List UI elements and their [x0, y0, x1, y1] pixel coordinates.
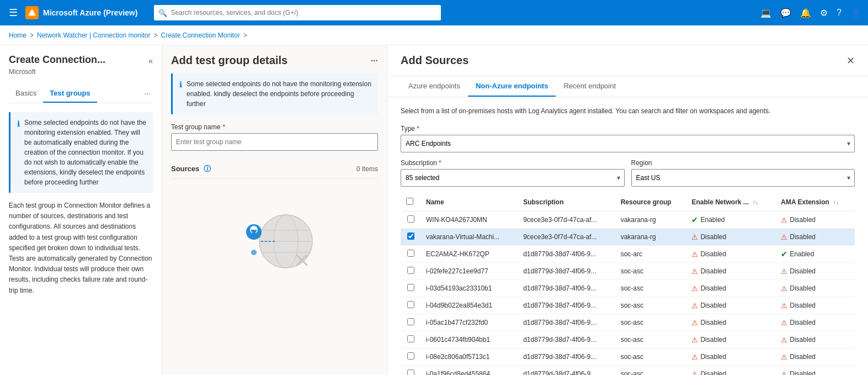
table-cell-enable-network: ✔ Enabled	[686, 212, 775, 229]
row-checkbox-8[interactable]	[407, 352, 414, 360]
sidebar-tabs: Basics Test groups ···	[9, 84, 153, 103]
search-icon: 🔍	[158, 9, 167, 17]
select-all-checkbox[interactable]	[406, 198, 413, 205]
table-header-name: Name	[420, 193, 518, 212]
row-checkbox-5[interactable]	[407, 301, 414, 308]
table-cell-resource-group: soc-asc	[615, 366, 686, 376]
center-panel: Add test group details ··· ℹ Some select…	[162, 45, 387, 375]
breadcrumb-create-connection[interactable]: Create Connection Monitor	[161, 31, 239, 39]
enable-network-text: Disabled	[700, 336, 726, 344]
table-row: i-0601c4734fb904bb1 d1d8779d-38d7-4f06-9…	[401, 331, 855, 348]
test-group-label: Test group name *	[171, 123, 378, 131]
cloud-shell-icon[interactable]: 💻	[760, 8, 771, 18]
table-cell-ama-extension: ✔ Enabled	[775, 246, 855, 263]
table-row: vakarana-Virtual-Machi... 9cece3e3-0f7d-…	[401, 229, 855, 246]
table-header-resource-group: Resource group	[615, 193, 686, 212]
ama-extension-text: Disabled	[790, 302, 816, 309]
row-checkbox-4[interactable]	[407, 284, 414, 291]
notifications-icon[interactable]: 🔔	[800, 8, 811, 18]
ama-warning-icon: ⚠	[781, 267, 787, 276]
center-panel-menu[interactable]: ···	[371, 56, 378, 66]
table-cell-checkbox	[401, 348, 420, 366]
ama-extension-text: Disabled	[790, 370, 816, 375]
enable-network-warning-icon: ⚠	[691, 319, 698, 327]
ama-extension-text: Disabled	[790, 216, 816, 224]
table-header-ama-extension[interactable]: AMA Extension ↑↓	[775, 193, 855, 212]
hamburger-button[interactable]: ☰	[7, 4, 20, 21]
table-header-row: Name Subscription Resource group Enable …	[401, 193, 855, 212]
enable-network-warning-icon: ⚠	[691, 267, 698, 276]
table-cell-ama-extension: ⚠ Disabled	[775, 229, 855, 246]
ama-check-icon: ✔	[781, 250, 787, 258]
table-body: WIN-KO4A267J0MN 9cece3e3-0f7d-47ca-af...…	[401, 212, 855, 376]
region-label: Region	[631, 159, 855, 167]
sidebar-tab-testgroups[interactable]: Test groups	[43, 84, 97, 103]
row-checkbox-1[interactable]	[407, 233, 414, 240]
type-filter-group: Type * ARC Endpoints Log Analytics agent…	[401, 125, 855, 152]
profile-icon[interactable]: 👤	[850, 8, 861, 18]
region-select[interactable]: East US	[631, 169, 855, 187]
enable-network-text: Disabled	[700, 250, 726, 258]
tab-non-azure-endpoints[interactable]: Non-Azure endpoints	[468, 76, 556, 97]
svg-marker-0	[28, 9, 36, 15]
nav-title: Microsoft Azure (Preview)	[43, 8, 137, 17]
enable-network-text: Enabled	[700, 216, 725, 224]
enable-network-text: Disabled	[700, 302, 726, 309]
sidebar-tab-menu[interactable]: ···	[142, 84, 153, 103]
nav-search-box[interactable]: 🔍	[154, 5, 441, 20]
enable-network-check-icon: ✔	[691, 215, 698, 224]
enable-network-warning-icon: ⚠	[691, 250, 698, 258]
row-checkbox-9[interactable]	[407, 369, 414, 375]
svg-point-12	[251, 250, 257, 255]
table-cell-resource-group: soc-asc	[615, 280, 686, 297]
center-alert-text: Some selected endpoints do not have the …	[187, 79, 371, 109]
feedback-icon[interactable]: 💬	[780, 8, 791, 18]
row-checkbox-7[interactable]	[407, 335, 414, 342]
row-checkbox-6[interactable]	[407, 318, 414, 325]
table-cell-enable-network: ⚠ Disabled	[686, 280, 775, 297]
ama-extension-text: Disabled	[790, 233, 816, 241]
table-cell-subscription: d1d8779d-38d7-4f06-9...	[518, 263, 615, 280]
subscription-select[interactable]: 85 selected	[401, 169, 625, 187]
type-select-wrapper: ARC Endpoints Log Analytics agents ▾	[401, 135, 855, 152]
table-cell-ama-extension: ⚠ Disabled	[775, 212, 855, 229]
breadcrumb-home[interactable]: Home	[9, 31, 26, 39]
table-cell-name: i-02fefe227c1ee9d77	[420, 263, 518, 280]
table-row: i-08e2c806a0f5713c1 d1d8779d-38d7-4f06-9…	[401, 348, 855, 366]
right-panel-header: Add Sources ✕	[387, 45, 868, 76]
breadcrumb-network-watcher[interactable]: Network Watcher | Connection monitor	[37, 31, 150, 39]
table-cell-subscription: d1d8779d-38d7-4f06-9...	[518, 297, 615, 314]
sidebar-tab-basics[interactable]: Basics	[9, 84, 43, 103]
table-header-enable-network[interactable]: Enable Network ... ↑↓	[686, 193, 775, 212]
center-alert-box: ℹ Some selected endpoints do not have th…	[171, 73, 378, 114]
subscription-region-row: Subscription * 85 selected ▾ Region	[401, 159, 855, 187]
settings-icon[interactable]: ⚙	[820, 8, 828, 18]
tab-azure-endpoints[interactable]: Azure endpoints	[401, 76, 468, 97]
sources-info-icon[interactable]: ⓘ	[204, 165, 211, 173]
table-row: i-02fefe227c1ee9d77 d1d8779d-38d7-4f06-9…	[401, 263, 855, 280]
sidebar-description: Each test group in Connection Monitor de…	[9, 200, 153, 296]
row-checkbox-3[interactable]	[407, 267, 414, 274]
table-cell-resource-group: soc-asc	[615, 314, 686, 331]
ama-extension-text: Disabled	[790, 319, 816, 326]
row-checkbox-0[interactable]	[407, 215, 414, 223]
enable-network-warning-icon: ⚠	[691, 284, 698, 293]
table-cell-name: i-04d9b022ea854e3d1	[420, 297, 518, 314]
table-cell-checkbox	[401, 212, 420, 229]
ama-warning-icon: ⚠	[781, 302, 787, 310]
table-cell-subscription: d1d8779d-38d7-4f06-9...	[518, 280, 615, 297]
tab-recent-endpoint[interactable]: Recent endpoint	[556, 76, 624, 97]
table-cell-subscription: d1d8779d-38d7-4f06-9...	[518, 366, 615, 376]
table-cell-name: i-03d54193ac23310b1	[420, 280, 518, 297]
sidebar-collapse-button[interactable]: «	[148, 56, 153, 65]
enable-network-warning-icon: ⚠	[691, 302, 698, 310]
table-cell-resource-group: soc-arc	[615, 246, 686, 263]
row-checkbox-2[interactable]	[407, 250, 414, 257]
sources-label: Sources ⓘ	[171, 164, 211, 174]
test-group-name-input[interactable]	[171, 133, 378, 151]
close-button[interactable]: ✕	[846, 55, 855, 67]
table-cell-enable-network: ⚠ Disabled	[686, 263, 775, 280]
search-input[interactable]	[171, 9, 436, 17]
type-select[interactable]: ARC Endpoints Log Analytics agents	[401, 135, 855, 152]
help-icon[interactable]: ?	[837, 8, 842, 18]
